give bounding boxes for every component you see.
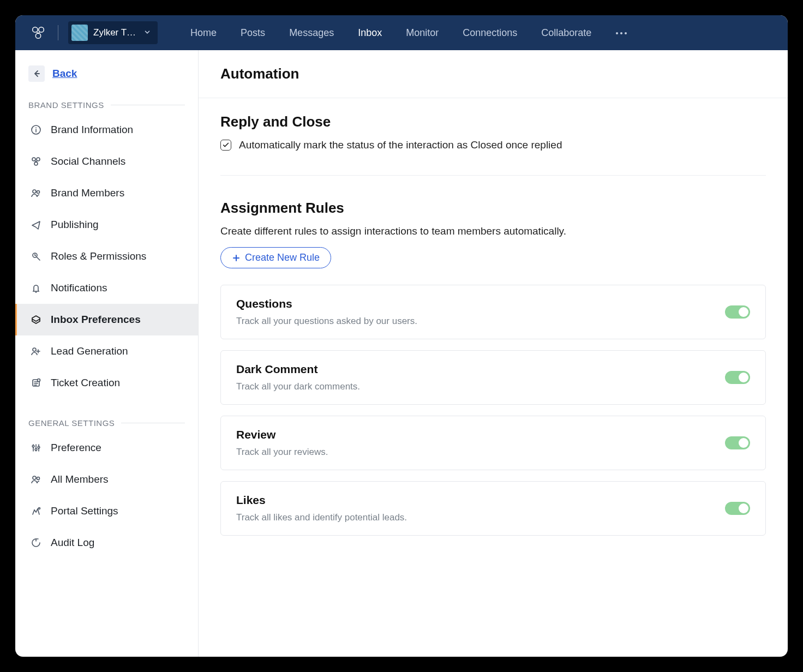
- rule-toggle[interactable]: [725, 305, 750, 319]
- svg-point-3: [616, 32, 618, 34]
- body: Back BRAND SETTINGS Brand InformationSoc…: [15, 50, 788, 657]
- sidebar-icon: [30, 346, 42, 357]
- brand-selector[interactable]: Zylker T…: [68, 21, 158, 44]
- nav-item-monitor[interactable]: Monitor: [405, 25, 440, 41]
- brand-settings-header: BRAND SETTINGS: [15, 92, 198, 114]
- rule-toggle[interactable]: [725, 371, 750, 384]
- assignment-desc: Create different rules to assign interac…: [220, 225, 766, 237]
- svg-point-21: [39, 508, 40, 509]
- sidebar-icon: [30, 506, 42, 517]
- app-window: Zylker T… HomePostsMessagesInboxMonitorC…: [15, 15, 788, 657]
- sidebar-item-publishing[interactable]: Publishing: [15, 209, 198, 241]
- nav-item-posts[interactable]: Posts: [239, 25, 266, 41]
- sidebar-item-label: Roles & Permissions: [51, 250, 146, 262]
- sidebar-item-label: Inbox Preferences: [51, 314, 141, 326]
- rule-toggle[interactable]: [725, 436, 750, 449]
- nav-item-home[interactable]: Home: [189, 25, 218, 41]
- sidebar-item-label: Lead Generation: [51, 345, 128, 357]
- sidebar-item-all-members[interactable]: All Members: [15, 464, 198, 495]
- sidebar-icon: [30, 283, 42, 293]
- sidebar-item-label: Ticket Creation: [51, 377, 120, 389]
- sidebar-item-label: Preference: [51, 442, 101, 454]
- svg-point-18: [38, 446, 40, 448]
- sidebar-item-portal-settings[interactable]: Portal Settings: [15, 495, 198, 527]
- rule-title: Questions: [236, 297, 417, 310]
- rule-desc: Track all your questions asked by our us…: [236, 316, 417, 327]
- reply-close-text: Automatically mark the status of the int…: [239, 139, 562, 151]
- svg-point-0: [33, 27, 38, 32]
- sidebar-item-notifications[interactable]: Notifications: [15, 272, 198, 304]
- sidebar-item-label: Brand Members: [51, 187, 124, 199]
- sidebar-icon: [30, 474, 42, 485]
- sidebar-item-audit-log[interactable]: Audit Log: [15, 527, 198, 559]
- sidebar-item-brand-information[interactable]: Brand Information: [15, 114, 198, 146]
- assignment-title: Assignment Rules: [220, 200, 766, 217]
- nav-item-collaborate[interactable]: Collaborate: [540, 25, 592, 41]
- topbar: Zylker T… HomePostsMessagesInboxMonitorC…: [15, 15, 788, 50]
- brand-logo-icon: [71, 25, 88, 41]
- svg-point-10: [33, 190, 36, 193]
- sidebar-icon: [30, 156, 42, 167]
- section-divider: [220, 175, 766, 176]
- sidebar-icon: [30, 124, 42, 135]
- sidebar: Back BRAND SETTINGS Brand InformationSoc…: [15, 50, 199, 657]
- nav-item-connections[interactable]: Connections: [462, 25, 518, 41]
- sidebar-icon: [30, 219, 42, 230]
- svg-point-19: [33, 476, 36, 479]
- svg-point-13: [33, 348, 36, 351]
- rule-toggle[interactable]: [725, 502, 750, 515]
- reply-close-title: Reply and Close: [220, 113, 766, 130]
- sidebar-item-lead-generation[interactable]: Lead Generation: [15, 335, 198, 367]
- more-icon[interactable]: [615, 28, 627, 38]
- reply-close-checkbox[interactable]: [220, 140, 231, 151]
- sidebar-icon: [30, 442, 42, 453]
- rule-card-review: Review Track all your reviews.: [220, 416, 766, 470]
- sidebar-item-label: Publishing: [51, 219, 99, 231]
- sidebar-item-label: Portal Settings: [51, 505, 118, 517]
- brand-name: Zylker T…: [93, 27, 136, 38]
- sidebar-icon: [30, 188, 42, 199]
- main-content: Automation Reply and Close Automatically…: [199, 50, 788, 657]
- topbar-divider: [58, 25, 58, 40]
- nav-item-messages[interactable]: Messages: [288, 25, 335, 41]
- sidebar-item-label: Notifications: [51, 282, 107, 294]
- rule-desc: Track all your reviews.: [236, 447, 328, 458]
- sidebar-item-brand-members[interactable]: Brand Members: [15, 177, 198, 209]
- svg-point-4: [620, 32, 622, 34]
- sidebar-item-label: All Members: [51, 473, 109, 485]
- sidebar-icon: [30, 251, 42, 262]
- app-logo-icon: [28, 23, 48, 43]
- page-header: Automation: [199, 50, 788, 98]
- rule-card-dark-comment: Dark Comment Track all your dark comment…: [220, 350, 766, 405]
- rule-desc: Track all likes and identify potential l…: [236, 512, 407, 523]
- general-settings-header: GENERAL SETTINGS: [15, 410, 198, 432]
- back-icon[interactable]: [28, 65, 45, 82]
- sidebar-item-roles-permissions[interactable]: Roles & Permissions: [15, 241, 198, 272]
- content: Reply and Close Automatically mark the s…: [199, 98, 788, 562]
- sidebar-item-ticket-creation[interactable]: Ticket Creation: [15, 367, 198, 399]
- create-rule-button[interactable]: Create New Rule: [220, 247, 331, 268]
- sidebar-item-label: Brand Information: [51, 124, 133, 136]
- nav-item-inbox[interactable]: Inbox: [357, 25, 383, 41]
- sidebar-item-label: Social Channels: [51, 155, 125, 167]
- sidebar-item-social-channels[interactable]: Social Channels: [15, 146, 198, 177]
- rule-desc: Track all your dark comments.: [236, 381, 360, 392]
- svg-point-2: [35, 33, 40, 38]
- svg-point-11: [37, 191, 40, 194]
- svg-point-20: [37, 477, 40, 480]
- sidebar-item-preference[interactable]: Preference: [15, 432, 198, 464]
- rule-title: Review: [236, 428, 328, 441]
- chevron-down-icon: [143, 28, 151, 38]
- reply-close-row: Automatically mark the status of the int…: [220, 139, 766, 151]
- sidebar-item-label: Audit Log: [51, 537, 94, 549]
- back-row: Back: [15, 61, 198, 92]
- sidebar-item-inbox-preferences[interactable]: Inbox Preferences: [15, 304, 198, 335]
- sidebar-icon: [30, 377, 42, 388]
- back-link[interactable]: Back: [52, 68, 77, 80]
- page-title: Automation: [220, 65, 766, 82]
- rule-title: Dark Comment: [236, 363, 360, 376]
- rule-title: Likes: [236, 494, 407, 507]
- svg-point-17: [35, 448, 37, 451]
- create-rule-label: Create New Rule: [245, 252, 320, 263]
- sidebar-icon: [30, 537, 42, 548]
